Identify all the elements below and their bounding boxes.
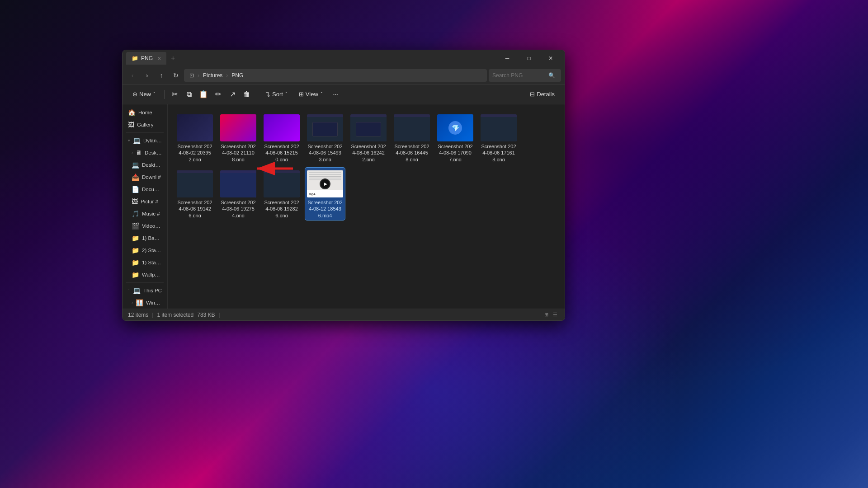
delete-button[interactable]: 🗑: [241, 88, 253, 101]
file-item[interactable]: Screenshot 2024-08-06 192754.png: [218, 168, 258, 220]
cut-button[interactable]: ✂: [168, 88, 181, 101]
sidebar-item-standards[interactable]: 📁 1) Standa: [124, 257, 165, 268]
file-thumbnail: [177, 114, 213, 141]
sort-button[interactable]: ⇅ Sort ˅: [261, 87, 292, 102]
file-name: Screenshot 2024-08-06 164458.png: [394, 143, 430, 161]
file-item[interactable]: Screenshot 2024-08-06 192826.png: [262, 168, 302, 220]
sidebar-label-banks: 1) Banks: [142, 235, 162, 241]
refresh-button[interactable]: ↻: [170, 69, 182, 82]
sidebar-item-dylan[interactable]: ▾ 💻 Dylan - Pr: [124, 135, 165, 146]
file-name: Screenshot 2024-08-06 152150.png: [264, 143, 300, 161]
sidebar-item-gallery[interactable]: 🖼 Gallery: [124, 119, 165, 131]
file-thumbnail: [220, 170, 256, 197]
sidebar-item-desktop[interactable]: › 🖥 Desktop: [124, 147, 165, 159]
file-grid-inner: Screenshot 2024-08-02 203952.png Screens…: [175, 112, 557, 220]
sidebar-item-desktophash[interactable]: 💻 Deskto #: [124, 159, 165, 171]
file-item[interactable]: Screenshot 2024-08-02 211108.png: [218, 112, 258, 164]
content-area: 🏠 Home 🖼 Gallery ▾ 💻 Dylan - Pr › 🖥 Desk…: [123, 104, 565, 309]
sidebar-item-downloads[interactable]: 📥 Downl #: [124, 171, 165, 183]
pc-icon: 💻: [133, 137, 141, 144]
file-item[interactable]: Screenshot 2024-08-06 171618.png: [479, 112, 519, 164]
current-tab[interactable]: 📁 PNG ✕: [126, 52, 166, 65]
sort-chevron: ˅: [285, 91, 288, 98]
file-item[interactable]: Screenshot 2024-08-06 162422.png: [349, 112, 388, 164]
sidebar-label-home: Home: [138, 110, 152, 115]
sidebar-label-dylan: Dylan - Pr: [143, 138, 162, 143]
window-controls: ─ □ ✕: [497, 52, 561, 65]
file-name-mp4: Screenshot 2024-08-12 185436.mp4: [307, 199, 343, 217]
copy-button[interactable]: ⧉: [183, 88, 195, 101]
new-tab-btn[interactable]: +: [168, 54, 178, 62]
separator-1: [164, 90, 165, 99]
sidebar-item-home[interactable]: 🏠 Home: [124, 107, 165, 118]
folder-icon: 📁: [132, 55, 138, 61]
file-name: Screenshot 2024-08-06 162422.png: [350, 143, 387, 161]
tab-area: 📁 PNG ✕ +: [126, 50, 497, 66]
address-bar[interactable]: ⊡ › Pictures › PNG: [184, 69, 487, 82]
sidebar-label-standards: 1) Standa: [142, 260, 162, 265]
sidebar-item-banks[interactable]: 📁 1) Banks: [124, 232, 165, 244]
rename-button[interactable]: ✏: [212, 88, 224, 101]
search-box: 🔍: [489, 69, 561, 82]
expand-icon-windows: ›: [132, 300, 133, 305]
sidebar-item-thispc[interactable]: ˅ 💻 This PC: [124, 285, 165, 296]
sidebar-item-windows[interactable]: › 🪟 Window: [124, 297, 165, 309]
view-chevron: ˅: [320, 91, 323, 98]
file-explorer-window: 📁 PNG ✕ + ─ □ ✕ ‹ › ↑ ↻ ⊡ › Pictures › P…: [122, 50, 565, 321]
file-thumbnail-mp4: mp4 ▶: [307, 170, 343, 197]
home-icon: 🏠: [128, 109, 136, 116]
more-button[interactable]: ···: [330, 88, 342, 101]
back-button[interactable]: ‹: [126, 69, 139, 82]
expand-icon: ▾: [128, 138, 130, 143]
expand-icon-thispc: ˅: [128, 288, 130, 293]
file-size: 783 KB: [197, 312, 215, 318]
search-icon: 🔍: [548, 72, 555, 79]
sidebar-item-music[interactable]: 🎵 Music #: [124, 208, 165, 220]
file-item[interactable]: Screenshot 2024-08-06 191426.png: [175, 168, 215, 220]
up-button[interactable]: ↑: [155, 69, 168, 82]
close-btn[interactable]: ✕: [540, 52, 561, 65]
new-label: New: [139, 91, 151, 98]
location-icon: ⊡: [188, 71, 196, 80]
forward-button[interactable]: ›: [141, 69, 153, 82]
sidebar-label-gallery: Gallery: [137, 122, 153, 127]
file-item[interactable]: Screenshot 2024-08-06 152150.png: [262, 112, 302, 164]
file-thumbnail: [481, 114, 517, 141]
sidebar-item-wallpapers[interactable]: 📁 Wallpape: [124, 269, 165, 281]
details-button[interactable]: ⊟ Details: [525, 87, 559, 102]
statements-icon: 📁: [132, 247, 139, 254]
view-button[interactable]: ⊞ View ˅: [294, 87, 328, 102]
sidebar-label-downloads: Downl #: [142, 174, 161, 180]
item-count: 12 items: [128, 312, 148, 318]
breadcrumb-png[interactable]: PNG: [230, 71, 245, 80]
sidebar-item-pictures[interactable]: 🖼 Pictur #: [124, 196, 165, 207]
minimize-btn[interactable]: ─: [497, 52, 518, 65]
sidebar-item-videos[interactable]: 🎬 Videos #: [124, 220, 165, 232]
sidebar-label-pictures: Pictur #: [141, 199, 158, 204]
file-item[interactable]: Screenshot 2024-08-06 154933.png: [305, 112, 345, 164]
new-button[interactable]: ⊕ New ˅: [128, 87, 160, 102]
file-item[interactable]: Screenshot 2024-08-02 203952.png: [175, 112, 215, 164]
sidebar-item-statements[interactable]: 📁 2) Statem: [124, 244, 165, 256]
desktop-icon: 🖥: [136, 149, 142, 156]
sidebar-label-music: Music #: [142, 211, 160, 216]
file-item-mp4[interactable]: mp4 ▶ Screenshot 2024-08-12 185436.mp4: [305, 168, 345, 220]
list-view-icon[interactable]: ☰: [551, 311, 559, 319]
sidebar-item-documents[interactable]: 📄 Docum #: [124, 183, 165, 195]
paste-button[interactable]: 📋: [197, 88, 210, 101]
share-button[interactable]: ↗: [226, 88, 239, 101]
sidebar-label-desktop: Desktop: [145, 150, 162, 155]
search-input[interactable]: [492, 72, 547, 79]
breadcrumb-pictures[interactable]: Pictures: [201, 71, 224, 80]
sidebar-divider-1: [126, 132, 164, 133]
file-name: Screenshot 2024-08-02 211108.png: [220, 143, 256, 161]
sidebar-divider-2: [126, 282, 164, 283]
sidebar-label-statements: 2) Statem: [142, 248, 162, 253]
grid-view-icon[interactable]: ⊞: [542, 311, 550, 319]
file-grid: Screenshot 2024-08-02 203952.png Screens…: [168, 104, 565, 309]
file-item[interactable]: 💎 Screenshot 2024-08-06 170907.png: [435, 112, 475, 164]
maximize-btn[interactable]: □: [519, 52, 539, 65]
file-item[interactable]: Screenshot 2024-08-06 164458.png: [392, 112, 432, 164]
tab-close-btn[interactable]: ✕: [157, 56, 161, 61]
file-thumbnail: [350, 114, 387, 141]
